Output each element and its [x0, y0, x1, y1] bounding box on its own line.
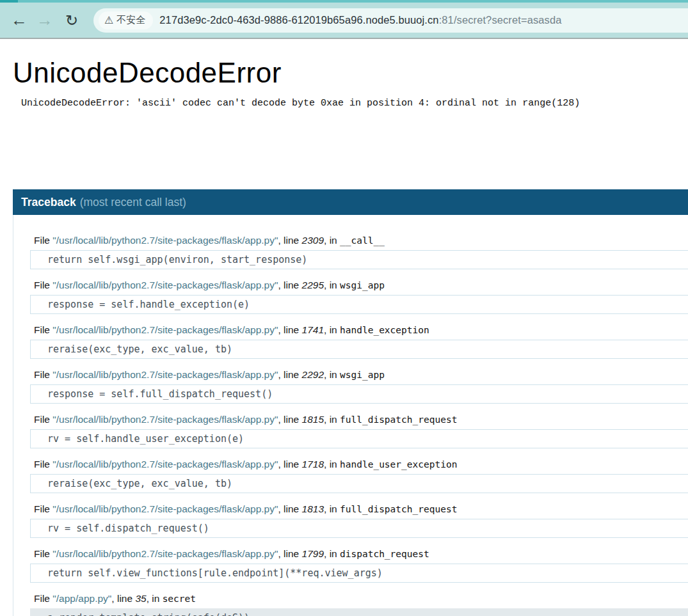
browser-toolbar: ← → ↻ ⚠ 不安全 217d3e9c-2dc0-463d-9886-6120…: [0, 3, 688, 38]
frame-source-line[interactable]: rv = self.handle_user_exception(e): [30, 429, 688, 448]
frame-filename: "/app/app.py": [52, 593, 111, 604]
frame-info: File "/app/app.py", line 35, in secret: [30, 592, 688, 605]
frame-filename: "/usr/local/lib/python2.7/site-packages/…: [52, 459, 278, 470]
frame-line-number: 1813: [302, 503, 324, 514]
frame-info: File "/usr/local/lib/python2.7/site-pack…: [30, 324, 688, 336]
frame-function-name: wsgi_app: [340, 280, 385, 290]
frame-source-line[interactable]: a=render_template_string(safe(deS)): [30, 608, 688, 616]
traceback-frame: File "/usr/local/lib/python2.7/site-pack…: [30, 368, 688, 404]
frame-filename: "/usr/local/lib/python2.7/site-packages/…: [52, 235, 278, 246]
traceback-frame: File "/app/app.py", line 35, in secret a…: [30, 592, 688, 616]
frame-source-line[interactable]: reraise(exc_type, exc_value, tb): [30, 474, 688, 493]
frame-info: File "/usr/local/lib/python2.7/site-pack…: [30, 368, 688, 381]
frame-line-number: 2292: [302, 369, 324, 380]
frame-source-line[interactable]: rv = self.dispatch_request(): [30, 519, 688, 538]
traceback-frame: File "/usr/local/lib/python2.7/site-pack…: [30, 548, 688, 583]
traceback-frames: File "/usr/local/lib/python2.7/site-pack…: [13, 215, 688, 616]
traceback-frame: File "/usr/local/lib/python2.7/site-pack…: [30, 324, 688, 359]
debugger-page: UnicodeDecodeError UnicodeDecodeError: '…: [0, 57, 688, 109]
frame-source-line[interactable]: return self.view_functions[rule.endpoint…: [30, 564, 688, 583]
forward-button[interactable]: →: [32, 8, 58, 33]
traceback-frame: File "/usr/local/lib/python2.7/site-pack…: [30, 458, 688, 493]
frame-filename: "/usr/local/lib/python2.7/site-packages/…: [52, 414, 278, 425]
frame-filename: "/usr/local/lib/python2.7/site-packages/…: [52, 548, 278, 559]
frame-function-name: dispatch_request: [340, 549, 429, 559]
frame-source-line[interactable]: return self.wsgi_app(environ, start_resp…: [30, 250, 688, 269]
frame-function-name: full_dispatch_request: [340, 504, 457, 514]
frame-source-line[interactable]: response = self.full_dispatch_request(): [30, 384, 688, 404]
frame-source-line[interactable]: reraise(exc_type, exc_value, tb): [30, 340, 688, 359]
traceback-frame: File "/usr/local/lib/python2.7/site-pack…: [30, 413, 688, 448]
frame-line-number: 2295: [302, 280, 324, 290]
frame-source-line[interactable]: response = self.handle_exception(e): [30, 295, 688, 314]
frame-info: File "/usr/local/lib/python2.7/site-pack…: [30, 503, 688, 516]
security-chip[interactable]: ⚠ 不安全: [99, 12, 153, 29]
url-path: :81/secret?secret=asasda: [439, 14, 562, 26]
frame-function-name: handle_exception: [340, 325, 429, 335]
traceback-frame: File "/usr/local/lib/python2.7/site-pack…: [30, 279, 688, 314]
frame-filename: "/usr/local/lib/python2.7/site-packages/…: [52, 369, 278, 380]
frame-filename: "/usr/local/lib/python2.7/site-packages/…: [52, 503, 278, 514]
url-text: 217d3e9c-2dc0-463d-9886-612019b65a96.nod…: [159, 14, 561, 26]
traceback-frame: File "/usr/local/lib/python2.7/site-pack…: [30, 234, 688, 269]
traceback-title: Traceback: [21, 196, 76, 209]
frame-line-number: 1718: [302, 459, 324, 470]
reload-button[interactable]: ↻: [59, 8, 84, 33]
frame-info: File "/usr/local/lib/python2.7/site-pack…: [30, 458, 688, 471]
traceback-frame: File "/usr/local/lib/python2.7/site-pack…: [30, 503, 688, 538]
url-host: 217d3e9c-2dc0-463d-9886-612019b65a96.nod…: [159, 14, 438, 26]
traceback-header: Traceback (most recent call last): [13, 189, 688, 215]
exception-title: UnicodeDecodeError: [13, 57, 688, 89]
frame-info: File "/usr/local/lib/python2.7/site-pack…: [30, 548, 688, 560]
browser-chrome: ← → ↻ ⚠ 不安全 217d3e9c-2dc0-463d-9886-6120…: [0, 0, 688, 39]
frame-function-name: wsgi_app: [340, 370, 385, 380]
frame-function-name: handle_user_exception: [340, 459, 457, 470]
exception-message: UnicodeDecodeError: 'ascii' codec can't …: [21, 98, 688, 109]
frame-line-number: 35: [135, 593, 146, 604]
security-chip-label: 不安全: [116, 14, 145, 26]
frame-function-name: full_dispatch_request: [340, 415, 457, 425]
frame-line-number: 1815: [302, 414, 324, 425]
traceback-subtitle: (most recent call last): [80, 196, 186, 209]
frame-filename: "/usr/local/lib/python2.7/site-packages/…: [52, 324, 278, 335]
frame-info: File "/usr/local/lib/python2.7/site-pack…: [30, 234, 688, 247]
address-bar[interactable]: ⚠ 不安全 217d3e9c-2dc0-463d-9886-612019b65a…: [93, 8, 688, 33]
frame-info: File "/usr/local/lib/python2.7/site-pack…: [30, 279, 688, 292]
frame-function-name: secret: [163, 594, 196, 604]
back-button[interactable]: ←: [6, 8, 32, 33]
traceback-panel: Traceback (most recent call last) File "…: [13, 189, 688, 616]
frame-line-number: 1741: [302, 324, 324, 335]
frame-line-number: 2309: [302, 235, 324, 246]
frame-function-name: __call__: [340, 235, 385, 246]
frame-info: File "/usr/local/lib/python2.7/site-pack…: [30, 413, 688, 426]
frame-filename: "/usr/local/lib/python2.7/site-packages/…: [52, 280, 278, 290]
frame-line-number: 1799: [302, 548, 324, 559]
warning-triangle-icon: ⚠: [104, 15, 113, 26]
